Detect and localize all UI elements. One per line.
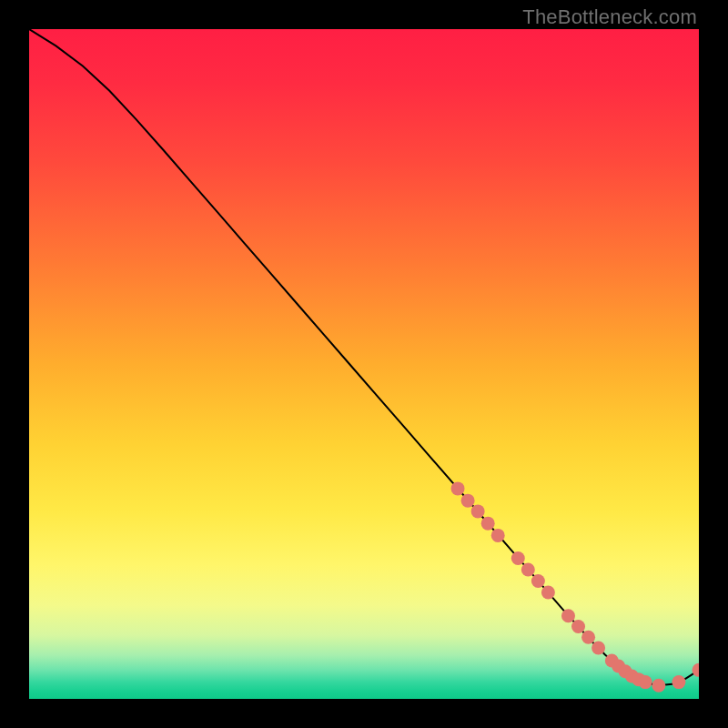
chart-marker — [511, 551, 525, 565]
chart-svg — [29, 29, 699, 699]
chart-marker — [491, 529, 505, 542]
chart-plot-area — [29, 29, 699, 699]
watermark-label: TheBottleneck.com — [522, 5, 697, 29]
chart-marker — [592, 642, 605, 655]
chart-marker — [571, 620, 585, 633]
chart-marker — [561, 609, 575, 622]
chart-marker — [652, 679, 665, 693]
chart-marker — [451, 481, 465, 495]
chart-marker — [481, 517, 495, 531]
chart-marker — [541, 585, 555, 599]
chart-marker — [471, 504, 485, 518]
chart-background — [29, 29, 699, 699]
chart-marker — [672, 675, 685, 689]
chart-stage: TheBottleneck.com — [0, 0, 728, 728]
chart-marker — [581, 631, 595, 644]
chart-marker — [461, 494, 475, 508]
chart-marker — [531, 574, 545, 588]
chart-marker — [521, 562, 535, 576]
chart-marker — [639, 675, 652, 689]
